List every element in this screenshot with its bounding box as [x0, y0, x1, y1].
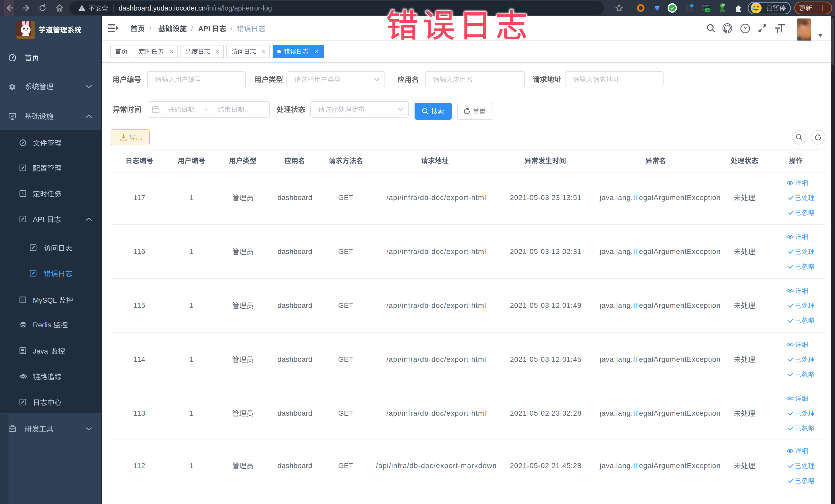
svg-text:?: ?: [744, 25, 747, 32]
svg-text:on: on: [706, 9, 709, 12]
